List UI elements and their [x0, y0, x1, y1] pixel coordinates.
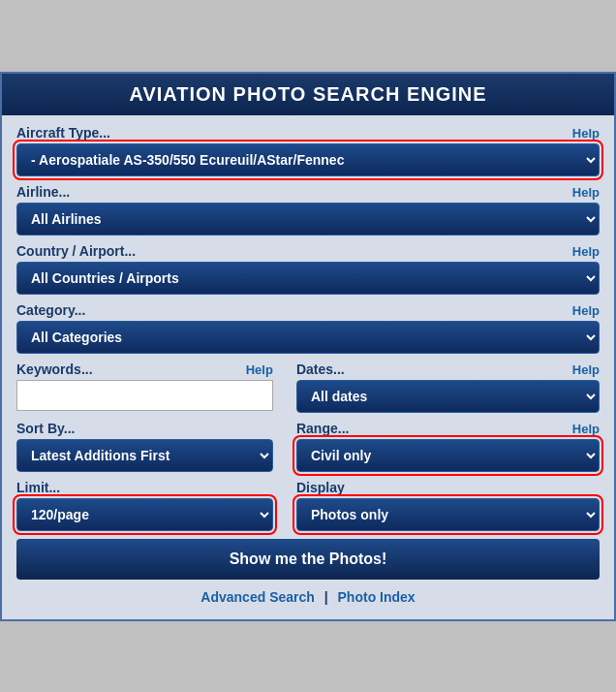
limit-select[interactable]: 120/page 60/page 30/page [16, 498, 273, 531]
airline-help[interactable]: Help [572, 185, 600, 200]
country-airport-select[interactable]: All Countries / Airports [16, 262, 600, 295]
range-group: Range... Help Civil only Military only A… [296, 421, 600, 472]
limit-label-row: Limit... [16, 480, 273, 495]
category-help[interactable]: Help [572, 303, 600, 318]
limit-display-row: Limit... 120/page 60/page 30/page Displa… [16, 480, 600, 531]
sort-label: Sort By... [16, 421, 75, 436]
dates-help[interactable]: Help [572, 362, 600, 377]
display-label: Display [296, 480, 345, 495]
header-title: AVIATION PHOTO SEARCH ENGINE [129, 83, 486, 105]
airline-select[interactable]: All Airlines [16, 203, 600, 236]
category-select[interactable]: All Categories [16, 321, 600, 354]
page-header: AVIATION PHOTO SEARCH ENGINE [2, 74, 614, 115]
aircraft-type-help[interactable]: Help [572, 126, 600, 141]
display-select[interactable]: Photos only Photos & Data [296, 498, 600, 531]
range-help[interactable]: Help [572, 422, 600, 436]
country-airport-row: Country / Airport... Help All Countries … [16, 243, 600, 295]
category-label-row: Category... Help [16, 302, 600, 318]
display-group: Display Photos only Photos & Data [296, 480, 600, 531]
limit-label: Limit... [16, 480, 60, 495]
main-container: AVIATION PHOTO SEARCH ENGINE Aircraft Ty… [0, 72, 616, 621]
photo-index-link[interactable]: Photo Index [338, 589, 416, 605]
category-group: Category... Help All Categories [16, 302, 600, 354]
keywords-label: Keywords... [16, 362, 93, 377]
display-label-row: Display [296, 480, 600, 495]
sort-range-row: Sort By... Latest Additions First Most V… [16, 421, 600, 472]
keywords-label-row: Keywords... Help [16, 362, 273, 377]
sort-group: Sort By... Latest Additions First Most V… [16, 421, 273, 472]
airline-label-row: Airline... Help [16, 184, 600, 200]
keywords-dates-row: Keywords... Help Dates... Help All dates… [16, 362, 600, 413]
form-body: Aircraft Type... Help - Aerospatiale AS-… [2, 115, 614, 619]
aircraft-type-group: Aircraft Type... Help - Aerospatiale AS-… [16, 125, 600, 176]
range-select[interactable]: Civil only Military only All [296, 439, 600, 472]
airline-group: Airline... Help All Airlines [16, 184, 600, 236]
range-label-row: Range... Help [296, 421, 600, 436]
sort-by-select[interactable]: Latest Additions First Most Views Random [16, 439, 273, 472]
country-airport-help[interactable]: Help [572, 244, 600, 259]
advanced-search-link[interactable]: Advanced Search [200, 589, 315, 605]
aircraft-type-select[interactable]: - Aerospatiale AS-350/550 Ecureuil/AStar… [16, 143, 600, 176]
country-airport-label-row: Country / Airport... Help [16, 243, 600, 259]
airline-row: Airline... Help All Airlines [16, 184, 600, 236]
keywords-input[interactable] [16, 380, 273, 411]
keywords-group: Keywords... Help [16, 362, 273, 411]
dates-group: Dates... Help All dates Last 7 days Last… [296, 362, 600, 413]
airline-label: Airline... [16, 184, 70, 200]
show-photos-button[interactable]: Show me the Photos! [16, 539, 600, 580]
footer-separator: | [324, 589, 328, 605]
dates-label-row: Dates... Help [296, 362, 600, 377]
footer-links: Advanced Search | Photo Index [16, 589, 600, 605]
country-airport-group: Country / Airport... Help All Countries … [16, 243, 600, 295]
aircraft-type-label: Aircraft Type... [16, 125, 110, 141]
dates-select[interactable]: All dates Last 7 days Last 30 days Last … [296, 380, 600, 413]
aircraft-type-row: Aircraft Type... Help - Aerospatiale AS-… [16, 125, 600, 176]
category-label: Category... [16, 302, 85, 318]
category-row: Category... Help All Categories [16, 302, 600, 354]
range-label: Range... [296, 421, 349, 436]
limit-group: Limit... 120/page 60/page 30/page [16, 480, 273, 531]
keywords-help[interactable]: Help [246, 362, 273, 377]
aircraft-type-label-row: Aircraft Type... Help [16, 125, 600, 141]
dates-label: Dates... [296, 362, 345, 377]
country-airport-label: Country / Airport... [16, 243, 136, 259]
sort-label-row: Sort By... [16, 421, 273, 436]
